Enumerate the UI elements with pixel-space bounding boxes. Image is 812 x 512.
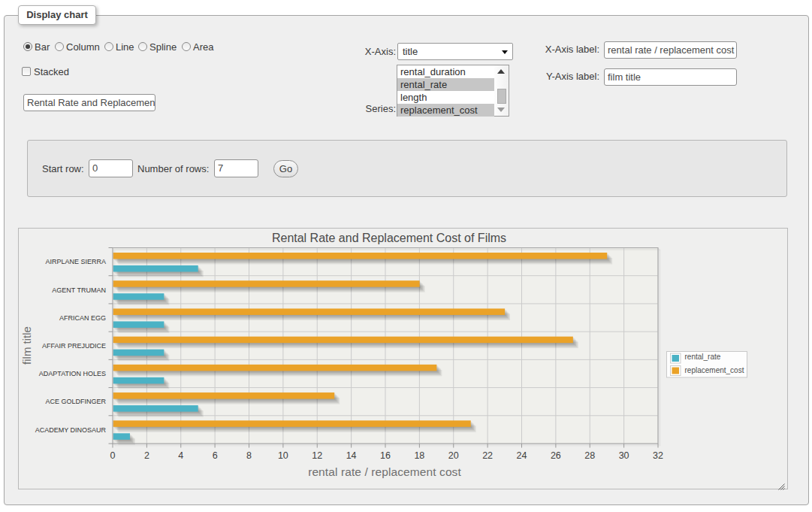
svg-text:Rental Rate and Replacement Co: Rental Rate and Replacement Cost of Film… xyxy=(272,232,506,244)
svg-text:4: 4 xyxy=(178,450,183,461)
svg-text:AFRICAN EGG: AFRICAN EGG xyxy=(59,314,106,322)
svg-text:AIRPLANE SIERRA: AIRPLANE SIERRA xyxy=(45,258,106,265)
svg-text:ADAPTATION HOLES: ADAPTATION HOLES xyxy=(39,370,106,377)
svg-text:2: 2 xyxy=(144,450,149,461)
svg-text:24: 24 xyxy=(517,450,527,461)
svg-text:32: 32 xyxy=(653,450,663,461)
svg-text:rental_rate: rental_rate xyxy=(685,353,721,361)
svg-text:0: 0 xyxy=(110,450,116,461)
svg-text:replacement_cost: replacement_cost xyxy=(685,366,744,374)
svg-text:30: 30 xyxy=(619,450,629,461)
svg-text:ACADEMY DINOSAUR: ACADEMY DINOSAUR xyxy=(35,426,107,434)
svg-text:AFFAIR PREJUDICE: AFFAIR PREJUDICE xyxy=(42,342,106,350)
svg-text:10: 10 xyxy=(278,450,288,461)
svg-text:AGENT TRUMAN: AGENT TRUMAN xyxy=(52,286,106,294)
svg-text:18: 18 xyxy=(414,450,424,461)
svg-text:28: 28 xyxy=(584,450,595,461)
svg-text:6: 6 xyxy=(213,450,218,461)
svg-text:26: 26 xyxy=(551,450,561,461)
svg-text:14: 14 xyxy=(346,450,357,461)
svg-text:film title: film title xyxy=(20,326,33,365)
svg-text:12: 12 xyxy=(312,450,322,461)
svg-text:22: 22 xyxy=(482,450,493,461)
svg-text:20: 20 xyxy=(448,450,459,461)
svg-text:16: 16 xyxy=(380,450,391,461)
svg-text:ACE GOLDFINGER: ACE GOLDFINGER xyxy=(45,398,106,405)
svg-text:8: 8 xyxy=(246,450,252,461)
svg-text:rental rate / replacement cost: rental rate / replacement cost xyxy=(308,465,461,478)
